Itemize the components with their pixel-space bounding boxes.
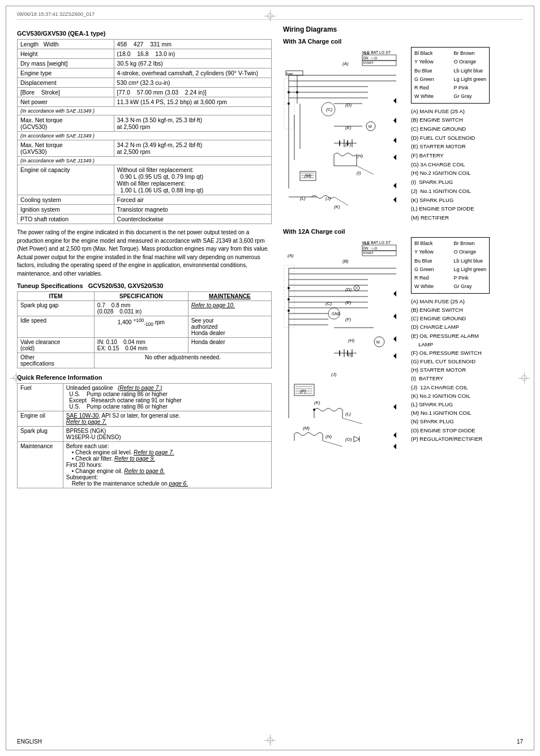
svg-text:(M): (M) [305, 173, 311, 178]
legend-color: Bu Blue [414, 257, 447, 265]
tuneup-item: Spark plug gap [18, 301, 95, 316]
svg-point-57 [288, 91, 290, 93]
svg-text:M: M [376, 340, 380, 344]
svg-text:(K): (K) [314, 400, 320, 405]
legend-color: Br Brown [454, 239, 487, 248]
component-item: (B) ENGINE SWITCH [411, 115, 490, 124]
switch-box-top: Hl E BAT LG ST GN ○-⊙ OFF START [362, 50, 396, 66]
component-item: (A) MAIN FUSE (25 A) [411, 107, 490, 116]
svg-text:START: START [363, 61, 374, 65]
svg-marker-53 [393, 138, 396, 143]
specs-table: Length Width 458 427 331 mm Height (18.0… [17, 39, 272, 224]
qr-label: Spark plug [18, 427, 63, 442]
spec-label: Net power [18, 97, 114, 107]
legend-color: Lg Light green [454, 265, 487, 274]
component-item: (H) No.2 IGNITION COIL [411, 169, 490, 178]
wiring-12a-legend: Bl BlackBr Brown Y YellowO Orange Bu Blu… [411, 237, 490, 443]
legend-color: W White [414, 282, 447, 291]
legend-color: Gr Gray [454, 282, 487, 291]
component-item: (J) 12A CHARGE COIL [411, 383, 490, 392]
right-column: Wiring Diagrams With 3A Charge coil Hl E… [283, 25, 523, 494]
spec-label: Displacement [18, 78, 114, 88]
component-item: (N) SPARK PLUG [411, 417, 490, 426]
crosshair-left [10, 372, 22, 384]
component-item: (M) No.1 IGNITION COIL [411, 409, 490, 417]
svg-line-112 [342, 418, 362, 424]
table-row: Length Width 458 427 331 mm [18, 40, 272, 49]
spec-value: [77.0 57.00 mm (3.03 2.24 in)] [114, 88, 271, 97]
svg-text:(A): (A) [288, 253, 294, 258]
spec-note: (In accordance with SAE J1349 ) [18, 132, 272, 140]
component-item: (C) ENGINE GROUND [411, 124, 490, 134]
legend-color: Lb Light blue [454, 67, 487, 75]
svg-marker-126 [393, 432, 396, 438]
svg-text:(D): (D) [345, 102, 352, 108]
specs-section-title: GCV530/GXV530 (QEA-1 type) [17, 30, 272, 37]
spec-value: Transistor magneto [114, 205, 271, 214]
svg-text:○-⊙: ○-⊙ [371, 246, 378, 250]
svg-text:(L): (L) [300, 196, 306, 201]
header-text: 08/06/18 15:37:41 32ZSZ600_017 [17, 11, 95, 17]
tuneup-maint: See yourauthorizedHonda dealer [188, 316, 271, 338]
legend-color: Bl Black [414, 239, 447, 248]
tuneup-table: ITEM SPECIFICATION MAINTENANCE Spark plu… [17, 291, 272, 368]
component-item: (O) ENGINE STOP DIODE [411, 426, 490, 435]
wiring-title: Wiring Diagrams [283, 25, 523, 33]
component-item: (D) CHARGE LAMP [411, 323, 490, 331]
tuneup-item: Valve clearance(cold) [18, 338, 95, 353]
component-item: (A) MAIN FUSE (25 A) [411, 297, 490, 306]
legend-color: G Green [414, 75, 447, 84]
svg-marker-121 [393, 291, 396, 297]
component-item: (P) REGULATOR/RECTIFIER [411, 435, 490, 443]
svg-marker-52 [393, 118, 396, 123]
legend-color: P Pink [454, 274, 487, 282]
table-row: (In accordance with SAE J1349 ) [18, 132, 272, 140]
tuneup-col-spec: SPECIFICATION [94, 292, 188, 301]
component-item: (K) SPARK PLUG [411, 196, 490, 205]
spec-label: Ignition system [18, 205, 114, 214]
spec-value: 11.3 kW (15.4 PS, 15.2 bhp) at 3,600 rpm [114, 97, 271, 107]
legend-color: Y Yellow [414, 248, 447, 256]
table-row: (In accordance with SAE J1349 ) [18, 107, 272, 115]
svg-text:(E): (E) [345, 300, 352, 305]
component-item: (M) RECTIFIER [411, 213, 490, 222]
wiring-3a-diagram: Hl E BAT LG ST GN ○-⊙ OFF START (A) [283, 47, 523, 222]
svg-point-130 [288, 310, 290, 312]
table-row: Valve clearance(cold) IN: 0.10 0.04 mmEX… [18, 338, 272, 353]
wiring-3a-legend: Bl BlackBr Brown Y YellowO Orange Bu Blu… [411, 47, 490, 222]
component-item: (B) ENGINE SWITCH [411, 306, 490, 314]
spec-label: [Bore Stroke] [18, 88, 114, 97]
qr-value: Unleaded gasoline (Refer to page 7.) U.S… [63, 384, 271, 411]
spec-label: Engine type [18, 68, 114, 78]
content-area: GCV530/GXV530 (QEA-1 type) Length Width … [17, 25, 523, 494]
table-row: PTO shaft rotation Counterclockwise [18, 214, 272, 224]
table-row: Cooling system Forced air [18, 195, 272, 205]
tuneup-spec: 1,400 +100-100 rpm [94, 316, 188, 338]
table-row: Max. Net torque(GCV530) 34.3 N·m (3.50 k… [18, 115, 272, 132]
table-row: Engine type 4-stroke, overhead camshaft,… [18, 68, 272, 78]
svg-text:(J): (J) [331, 372, 337, 377]
svg-marker-123 [393, 336, 396, 342]
svg-marker-55 [393, 183, 396, 188]
svg-text:(O): (O) [345, 437, 352, 442]
table-row: Height (18.0 16.8 13.0 in) [18, 49, 272, 59]
spec-value: 30.5 kg (67.2 lbs) [114, 59, 271, 68]
wiring-12a-diagram: Hl E BAT LG ST GN ○-⊙ OFF START (A) (B) [283, 237, 523, 452]
switch-box-12a: Hl E BAT LG ST GN ○-⊙ OFF START [362, 240, 396, 256]
legend-color: Gr Gray [454, 92, 487, 101]
spec-note: (In accordance with SAE J1349 ) [18, 107, 272, 115]
legend-color: Br Brown [454, 49, 487, 58]
legend-color: Y Yellow [414, 58, 447, 66]
svg-text:fuse: fuse [286, 72, 293, 75]
legend-color: W White [414, 92, 447, 101]
svg-text:(F): (F) [345, 142, 352, 147]
tuneup-spec-wide: No other adjustments needed. [94, 353, 271, 368]
svg-marker-56 [393, 197, 396, 203]
tuneup-maint: Refer to page 10. [188, 301, 271, 316]
svg-text:(K): (K) [334, 204, 340, 209]
spec-value: 458 427 331 mm [114, 40, 271, 49]
component-item: (H) STARTER MOTOR [411, 366, 490, 374]
component-item: (E) OIL PRESSURE ALARM LAMP [411, 332, 490, 349]
svg-marker-54 [393, 154, 396, 160]
spec-value: 34.2 N·m (3.49 kgf·m, 25.2 lbf·ft)at 2,5… [114, 140, 271, 157]
